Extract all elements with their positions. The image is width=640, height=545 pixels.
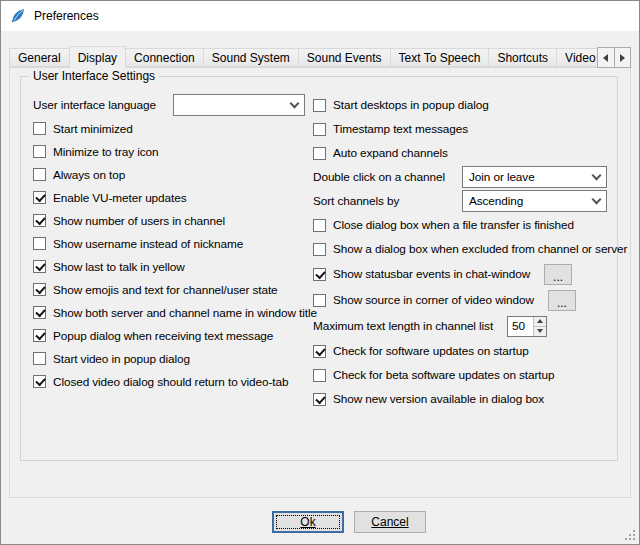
tab-pane: User Interface Settings User interface l… [9,67,631,498]
tab-scroll-right-button[interactable] [614,47,632,68]
sort-channels-row: Sort channels by Ascending [313,189,607,213]
button-bar: Ok Cancel [1,498,639,544]
checkbox-row[interactable]: Show new version available in dialog box [313,387,607,411]
checkbox-row[interactable]: Check for software updates on startup [313,339,607,363]
checkbox [313,393,326,406]
checkbox-row[interactable]: Enable VU-meter updates [33,186,305,209]
max-text-length-label: Maximum text length in channel list [313,319,493,333]
checkbox-label: Show number of users in channel [53,214,225,228]
checkbox-row[interactable]: Show last to talk in yellow [33,255,305,278]
titlebar[interactable]: Preferences [1,1,639,31]
checkbox-row[interactable]: Show number of users in channel [33,209,305,232]
max-text-length-row: Maximum text length in channel list 50 [313,313,607,339]
cancel-button[interactable]: Cancel [354,511,426,533]
checkbox-row[interactable]: Timestamp text messages [313,117,607,141]
ok-button[interactable]: Ok [272,511,344,533]
checkbox-label: Show last to talk in yellow [53,260,185,274]
app-icon [10,8,26,24]
tab-scroll-left-icon [603,54,608,62]
max-text-length-spinner[interactable]: 50 [507,316,547,337]
spin-up-button[interactable] [534,317,546,326]
checkbox-label: Closed video dialog should return to vid… [53,375,288,389]
checkbox-row[interactable]: Show username instead of nickname [33,232,305,255]
tab[interactable]: Connection [125,48,204,67]
checkbox [313,369,326,382]
tab-label: Shortcuts [497,51,548,65]
tab[interactable]: Display [69,46,126,68]
checkbox [33,122,46,135]
statusbar-events-ellipsis-button[interactable]: ... [544,264,572,285]
checkbox-row[interactable]: Close dialog box when a file transfer is… [313,213,607,237]
checkbox [33,237,46,250]
checkbox-label: Start minimized [53,122,133,136]
spin-down-button[interactable] [534,326,546,336]
double-click-row: Double click on a channel Join or leave [313,165,607,189]
checkbox [33,168,46,181]
tab-label: Display [78,51,117,65]
checkbox-row[interactable]: Minimize to tray icon [33,140,305,163]
preferences-dialog: Preferences User Interface Settings User… [0,0,640,545]
checkbox [313,219,326,232]
checkbox-label: Timestamp text messages [333,122,468,136]
sort-channels-label: Sort channels by [313,194,399,208]
double-click-value: Join or leave [469,170,535,184]
group-user-interface-settings: User Interface Settings User interface l… [20,76,618,461]
max-text-length-value[interactable]: 50 [508,317,533,336]
checkbox-label: Show new version available in dialog box [333,392,544,406]
checkbox-row[interactable]: Always on top [33,163,305,186]
checkbox [33,283,46,296]
checkbox-label: Enable VU-meter updates [53,191,186,205]
checkbox [33,214,46,227]
checkbox [33,375,46,388]
checkbox-row[interactable]: Show emojis and text for channel/user st… [33,278,305,301]
checkbox-label: Show username instead of nickname [53,237,243,251]
tab[interactable]: General [9,48,70,67]
cancel-button-label: Cancel [371,515,408,529]
checkbox-row[interactable]: Popup dialog when receiving text message [33,324,305,347]
checkbox-label: Start desktops in popup dialog [333,98,489,112]
checkbox-label: Auto expand channels [333,146,448,160]
checkbox [313,268,326,281]
statusbar-events-row[interactable]: Show statusbar events in chat-window ... [313,261,607,287]
tab[interactable]: Text To Speech [390,48,490,67]
checkbox-row[interactable]: Show a dialog box when excluded from cha… [313,237,607,261]
left-checkbox-list: Start minimized Minimize to tray icon Al… [33,117,305,393]
sort-channels-select[interactable]: Ascending [462,190,607,212]
tab-scroll-right-icon [620,54,625,62]
checkbox-row[interactable]: Start video in popup dialog [33,347,305,370]
checkbox-row[interactable]: Show both server and channel name in win… [33,301,305,324]
video-source-ellipsis-button[interactable]: ... [548,290,576,311]
checkbox-row[interactable]: Start desktops in popup dialog [313,93,607,117]
tab[interactable]: Sound System [203,48,299,67]
settings-columns: User interface language Start minimized [21,77,617,411]
checkbox-row[interactable]: Closed video dialog should return to vid… [33,370,305,393]
checkbox-row[interactable]: Start minimized [33,117,305,140]
chevron-down-icon [592,194,602,204]
spin-up-icon [537,319,543,323]
tab-label: Connection [134,51,195,65]
checkbox [313,99,326,112]
tab-label: Video [565,51,595,65]
checkbox-row[interactable]: Auto expand channels [313,141,607,165]
language-select[interactable] [173,94,305,116]
tab-scroll-left-button[interactable] [597,47,615,68]
tab-label: Text To Speech [399,51,481,65]
checkbox-label: Close dialog box when a file transfer is… [333,218,574,232]
checkbox [33,145,46,158]
double-click-label: Double click on a channel [313,170,445,184]
double-click-select[interactable]: Join or leave [462,166,607,188]
tab[interactable]: Sound Events [298,48,391,67]
tab-label: Sound Events [307,51,382,65]
spin-down-icon [537,329,543,333]
checkbox [33,306,46,319]
checkbox [33,329,46,342]
sort-channels-value: Ascending [469,194,523,208]
checkbox [313,294,326,307]
group-title: User Interface Settings [29,69,159,83]
resize-grip-icon[interactable] [625,530,636,541]
checkbox-label: Check for beta software updates on start… [333,368,554,382]
checkbox [313,243,326,256]
video-source-row[interactable]: Show source in corner of video window ..… [313,287,607,313]
tab[interactable]: Shortcuts [488,48,557,67]
checkbox-row[interactable]: Check for beta software updates on start… [313,363,607,387]
